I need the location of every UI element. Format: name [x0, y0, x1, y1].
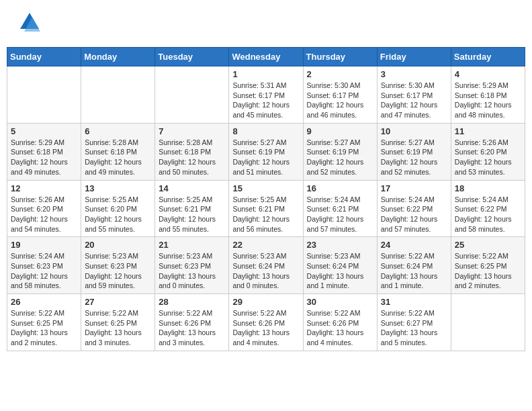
calendar-cell: 21Sunrise: 5:23 AM Sunset: 6:23 PM Dayli…: [155, 237, 229, 294]
calendar-cell: 17Sunrise: 5:24 AM Sunset: 6:22 PM Dayli…: [377, 180, 451, 237]
day-number: 6: [85, 126, 151, 136]
calendar-cell: [7, 66, 81, 124]
day-info: Sunrise: 5:22 AM Sunset: 6:24 PM Dayligh…: [381, 251, 447, 291]
day-number: 31: [381, 297, 447, 307]
day-number: 3: [381, 69, 447, 79]
day-info: Sunrise: 5:25 AM Sunset: 6:21 PM Dayligh…: [232, 195, 299, 234]
day-number: 28: [159, 297, 225, 307]
calendar-cell: 16Sunrise: 5:24 AM Sunset: 6:21 PM Dayli…: [303, 180, 377, 237]
day-number: 14: [159, 183, 225, 193]
day-number: 4: [455, 69, 521, 79]
calendar-cell: 15Sunrise: 5:25 AM Sunset: 6:21 PM Dayli…: [229, 180, 303, 237]
calendar-cell: 5Sunrise: 5:29 AM Sunset: 6:18 PM Daylig…: [7, 123, 81, 180]
day-info: Sunrise: 5:23 AM Sunset: 6:24 PM Dayligh…: [232, 251, 299, 291]
calendar-cell: 25Sunrise: 5:22 AM Sunset: 6:25 PM Dayli…: [451, 237, 525, 294]
day-number: 10: [381, 126, 447, 136]
calendar-cell: 4Sunrise: 5:29 AM Sunset: 6:18 PM Daylig…: [451, 66, 525, 124]
day-number: 29: [232, 297, 299, 307]
day-info: Sunrise: 5:29 AM Sunset: 6:18 PM Dayligh…: [11, 138, 77, 177]
day-info: Sunrise: 5:23 AM Sunset: 6:23 PM Dayligh…: [85, 251, 151, 291]
day-number: 20: [85, 240, 151, 250]
day-number: 18: [455, 183, 521, 193]
calendar-cell: 30Sunrise: 5:22 AM Sunset: 6:26 PM Dayli…: [303, 294, 377, 351]
day-info: Sunrise: 5:25 AM Sunset: 6:21 PM Dayligh…: [159, 195, 225, 234]
day-number: 16: [307, 183, 373, 193]
calendar-cell: 14Sunrise: 5:25 AM Sunset: 6:21 PM Dayli…: [155, 180, 229, 237]
day-info: Sunrise: 5:27 AM Sunset: 6:19 PM Dayligh…: [307, 138, 373, 177]
logo: [13, 10, 42, 37]
calendar-header-sunday: Sunday: [7, 48, 81, 66]
day-info: Sunrise: 5:24 AM Sunset: 6:22 PM Dayligh…: [381, 195, 447, 234]
calendar-cell: 31Sunrise: 5:22 AM Sunset: 6:27 PM Dayli…: [377, 294, 451, 351]
calendar-cell: [451, 294, 525, 351]
day-number: 27: [85, 297, 151, 307]
page-header: [7, 7, 525, 40]
day-number: 7: [159, 126, 225, 136]
calendar-cell: 11Sunrise: 5:26 AM Sunset: 6:20 PM Dayli…: [451, 123, 525, 180]
day-number: 21: [159, 240, 225, 250]
day-info: Sunrise: 5:23 AM Sunset: 6:24 PM Dayligh…: [307, 251, 373, 291]
calendar-cell: 6Sunrise: 5:28 AM Sunset: 6:18 PM Daylig…: [81, 123, 155, 180]
calendar-table: SundayMondayTuesdayWednesdayThursdayFrid…: [7, 47, 525, 351]
calendar-week-row: 19Sunrise: 5:24 AM Sunset: 6:23 PM Dayli…: [7, 237, 525, 294]
day-info: Sunrise: 5:25 AM Sunset: 6:20 PM Dayligh…: [85, 195, 151, 234]
day-info: Sunrise: 5:30 AM Sunset: 6:17 PM Dayligh…: [381, 81, 447, 120]
day-info: Sunrise: 5:26 AM Sunset: 6:20 PM Dayligh…: [11, 195, 77, 234]
calendar-cell: 29Sunrise: 5:22 AM Sunset: 6:26 PM Dayli…: [229, 294, 303, 351]
calendar-cell: 7Sunrise: 5:28 AM Sunset: 6:18 PM Daylig…: [155, 123, 229, 180]
day-info: Sunrise: 5:22 AM Sunset: 6:26 PM Dayligh…: [232, 308, 299, 348]
calendar-week-row: 1Sunrise: 5:31 AM Sunset: 6:17 PM Daylig…: [7, 66, 525, 124]
day-number: 8: [232, 126, 299, 136]
day-number: 22: [232, 240, 299, 250]
calendar-week-row: 12Sunrise: 5:26 AM Sunset: 6:20 PM Dayli…: [7, 180, 525, 237]
day-info: Sunrise: 5:24 AM Sunset: 6:23 PM Dayligh…: [11, 251, 77, 291]
calendar-cell: 12Sunrise: 5:26 AM Sunset: 6:20 PM Dayli…: [7, 180, 81, 237]
calendar-cell: 18Sunrise: 5:24 AM Sunset: 6:22 PM Dayli…: [451, 180, 525, 237]
day-info: Sunrise: 5:27 AM Sunset: 6:19 PM Dayligh…: [381, 138, 447, 177]
day-number: 15: [232, 183, 299, 193]
calendar-cell: 1Sunrise: 5:31 AM Sunset: 6:17 PM Daylig…: [229, 66, 303, 124]
calendar-cell: 27Sunrise: 5:22 AM Sunset: 6:25 PM Dayli…: [81, 294, 155, 351]
day-number: 17: [381, 183, 447, 193]
calendar-week-row: 26Sunrise: 5:22 AM Sunset: 6:25 PM Dayli…: [7, 294, 525, 351]
day-info: Sunrise: 5:30 AM Sunset: 6:17 PM Dayligh…: [307, 81, 373, 120]
calendar-header-friday: Friday: [377, 48, 451, 66]
calendar-header-tuesday: Tuesday: [155, 48, 229, 66]
day-info: Sunrise: 5:26 AM Sunset: 6:20 PM Dayligh…: [455, 138, 521, 177]
calendar-cell: [155, 66, 229, 124]
day-number: 11: [455, 126, 521, 136]
day-info: Sunrise: 5:22 AM Sunset: 6:27 PM Dayligh…: [381, 308, 447, 348]
day-info: Sunrise: 5:24 AM Sunset: 6:22 PM Dayligh…: [455, 195, 521, 234]
day-number: 2: [307, 69, 373, 79]
calendar-header-saturday: Saturday: [451, 48, 525, 66]
day-number: 24: [381, 240, 447, 250]
day-info: Sunrise: 5:22 AM Sunset: 6:25 PM Dayligh…: [455, 251, 521, 291]
calendar-cell: 2Sunrise: 5:30 AM Sunset: 6:17 PM Daylig…: [303, 66, 377, 124]
calendar-cell: 22Sunrise: 5:23 AM Sunset: 6:24 PM Dayli…: [229, 237, 303, 294]
day-info: Sunrise: 5:27 AM Sunset: 6:19 PM Dayligh…: [232, 138, 299, 177]
day-info: Sunrise: 5:29 AM Sunset: 6:18 PM Dayligh…: [455, 81, 521, 120]
day-number: 26: [11, 297, 77, 307]
calendar-cell: 10Sunrise: 5:27 AM Sunset: 6:19 PM Dayli…: [377, 123, 451, 180]
day-info: Sunrise: 5:23 AM Sunset: 6:23 PM Dayligh…: [159, 251, 225, 291]
calendar-week-row: 5Sunrise: 5:29 AM Sunset: 6:18 PM Daylig…: [7, 123, 525, 180]
calendar-cell: 8Sunrise: 5:27 AM Sunset: 6:19 PM Daylig…: [229, 123, 303, 180]
day-number: 13: [85, 183, 151, 193]
day-number: 1: [232, 69, 299, 79]
logo-icon: [17, 10, 42, 34]
day-info: Sunrise: 5:22 AM Sunset: 6:25 PM Dayligh…: [85, 308, 151, 348]
day-info: Sunrise: 5:22 AM Sunset: 6:25 PM Dayligh…: [11, 308, 77, 348]
day-info: Sunrise: 5:24 AM Sunset: 6:21 PM Dayligh…: [307, 195, 373, 234]
day-info: Sunrise: 5:28 AM Sunset: 6:18 PM Dayligh…: [159, 138, 225, 177]
day-info: Sunrise: 5:22 AM Sunset: 6:26 PM Dayligh…: [159, 308, 225, 348]
calendar-cell: 13Sunrise: 5:25 AM Sunset: 6:20 PM Dayli…: [81, 180, 155, 237]
day-number: 30: [307, 297, 373, 307]
calendar-cell: 3Sunrise: 5:30 AM Sunset: 6:17 PM Daylig…: [377, 66, 451, 124]
calendar-cell: 24Sunrise: 5:22 AM Sunset: 6:24 PM Dayli…: [377, 237, 451, 294]
calendar-header-wednesday: Wednesday: [229, 48, 303, 66]
calendar-cell: 9Sunrise: 5:27 AM Sunset: 6:19 PM Daylig…: [303, 123, 377, 180]
day-number: 5: [11, 126, 77, 136]
calendar-cell: 28Sunrise: 5:22 AM Sunset: 6:26 PM Dayli…: [155, 294, 229, 351]
calendar-cell: [81, 66, 155, 124]
calendar-header-row: SundayMondayTuesdayWednesdayThursdayFrid…: [7, 48, 525, 66]
